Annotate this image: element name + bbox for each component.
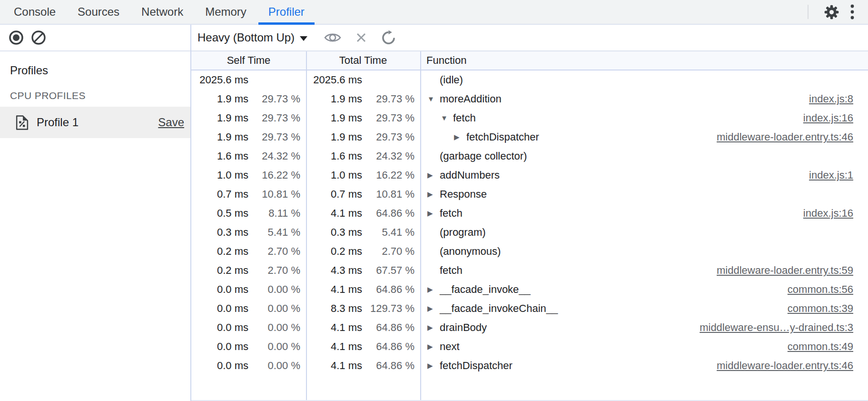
function-cell: ▶ fetch index.js:16	[420, 204, 868, 223]
tab-profiler[interactable]: Profiler	[257, 0, 316, 24]
table-row[interactable]: 0.0 ms 0.00 % 4.1 ms 64.86 % ▶ drainBody…	[191, 318, 868, 337]
total-time-percent: 129.73 %	[362, 302, 420, 315]
function-cell: fetch middleware-loader.entry.ts:59	[420, 264, 868, 277]
focus-selected-button[interactable]	[324, 31, 342, 44]
self-time-percent: 0.00 %	[248, 283, 306, 296]
exclude-selected-button[interactable]	[354, 30, 368, 45]
expand-arrow-icon[interactable]: ▶	[427, 166, 440, 185]
expand-arrow-icon[interactable]: ▶	[427, 299, 440, 318]
source-link[interactable]: index.js:1	[809, 169, 868, 181]
expand-arrow-icon[interactable]: ▶	[427, 204, 440, 223]
self-time-value: 0.2 ms	[191, 264, 248, 277]
tab-network[interactable]: Network	[130, 0, 194, 24]
tab-memory[interactable]: Memory	[194, 0, 257, 24]
table-row[interactable]: 0.2 ms 2.70 % 0.2 ms 2.70 % (anonymous)	[191, 242, 868, 261]
function-cell: ▶ fetchDispatcher middleware-loader.entr…	[420, 356, 868, 375]
self-time-value: 1.0 ms	[191, 169, 248, 181]
column-divider[interactable]	[306, 51, 307, 400]
function-cell: ▶ fetchDispatcher middleware-loader.entr…	[420, 128, 868, 147]
total-time-cell: 0.3 ms 5.41 %	[306, 226, 420, 239]
total-time-cell: 4.1 ms 64.86 %	[306, 207, 420, 220]
source-link[interactable]: common.ts:49	[788, 341, 868, 353]
self-time-cell: 0.5 ms 8.11 %	[191, 207, 306, 220]
tab-console[interactable]: Console	[3, 0, 67, 24]
table-row[interactable]: 1.0 ms 16.22 % 1.0 ms 16.22 % ▶ addNumbe…	[191, 166, 868, 185]
column-header-function[interactable]: Function	[420, 54, 868, 67]
expand-arrow-icon[interactable]: ▼	[441, 109, 453, 128]
record-button[interactable]	[8, 30, 24, 46]
table-row[interactable]: 1.9 ms 29.73 % 1.9 ms 29.73 % ▼ fetch in…	[191, 109, 868, 128]
table-row[interactable]: 0.0 ms 0.00 % 4.1 ms 64.86 % ▶ __facade_…	[191, 280, 868, 299]
record-icon	[8, 30, 24, 46]
self-time-percent: 0.00 %	[248, 321, 306, 334]
self-time-percent: 8.11 %	[248, 207, 306, 220]
save-profile-link[interactable]: Save	[158, 116, 184, 129]
total-time-percent: 2.70 %	[362, 245, 420, 258]
self-time-percent: 0.00 %	[248, 302, 306, 315]
grid-body: 2025.6 ms 2025.6 ms (idle) 1.9 ms 29.73 …	[191, 70, 868, 375]
table-row[interactable]: 2025.6 ms 2025.6 ms (idle)	[191, 70, 868, 90]
total-time-cell: 8.3 ms 129.73 %	[306, 302, 420, 315]
table-row[interactable]: 0.0 ms 0.00 % 4.1 ms 64.86 % ▶ fetchDisp…	[191, 356, 868, 375]
self-time-percent: 2.70 %	[248, 264, 306, 277]
table-row[interactable]: 0.7 ms 10.81 % 0.7 ms 10.81 % ▶ Response	[191, 185, 868, 204]
table-row[interactable]: 1.6 ms 24.32 % 1.6 ms 24.32 % (garbage c…	[191, 147, 868, 166]
table-row[interactable]: 0.0 ms 0.00 % 4.1 ms 64.86 % ▶ next comm…	[191, 337, 868, 356]
profile-list-item[interactable]: Profile 1 Save	[0, 107, 190, 138]
total-time-value: 1.0 ms	[306, 169, 362, 181]
source-link[interactable]: middleware-loader.entry.ts:46	[717, 131, 868, 143]
table-row[interactable]: 0.0 ms 0.00 % 8.3 ms 129.73 % ▶ __facade…	[191, 299, 868, 318]
expand-arrow-icon[interactable]: ▶	[427, 356, 440, 375]
source-link[interactable]: common.ts:39	[788, 302, 868, 315]
function-cell: ▶ __facade_invoke__ common.ts:56	[420, 280, 868, 299]
table-row[interactable]: 0.3 ms 5.41 % 0.3 ms 5.41 % (program)	[191, 223, 868, 242]
total-time-cell: 4.1 ms 64.86 %	[306, 360, 420, 372]
self-time-value: 1.6 ms	[191, 150, 248, 162]
total-time-percent: 24.32 %	[362, 150, 420, 162]
settings-button[interactable]	[823, 3, 840, 21]
column-header-self-time[interactable]: Self Time	[191, 54, 306, 67]
source-link[interactable]: middleware-loader.entry.ts:59	[717, 264, 868, 277]
expand-arrow-icon[interactable]: ▶	[454, 128, 466, 147]
left-pane: Profiles CPU PROFILES Profile 1 Save	[0, 25, 191, 401]
source-link[interactable]: middleware-ensu…y-drained.ts:3	[700, 321, 868, 334]
column-divider[interactable]	[420, 51, 421, 400]
expand-arrow-icon[interactable]: ▶	[427, 337, 440, 356]
view-mode-dropdown[interactable]: Heavy (Bottom Up)	[197, 31, 307, 44]
expand-arrow-icon[interactable]: ▼	[427, 90, 440, 109]
devtools-tabbar: Console Sources Network Memory Profiler	[0, 0, 868, 25]
column-header-total-time[interactable]: Total Time	[306, 54, 420, 67]
table-row[interactable]: 1.9 ms 29.73 % 1.9 ms 29.73 % ▼ moreAddi…	[191, 90, 868, 109]
expand-arrow-icon[interactable]: ▶	[427, 280, 440, 299]
total-time-percent: 10.81 %	[362, 188, 420, 200]
self-time-cell: 0.2 ms 2.70 %	[191, 264, 306, 277]
indent-spacer	[427, 118, 441, 119]
source-link[interactable]: index.js:16	[803, 112, 868, 124]
more-options-button[interactable]	[850, 4, 855, 20]
function-cell: ▼ fetch index.js:16	[420, 109, 868, 128]
table-row[interactable]: 1.9 ms 29.73 % 1.9 ms 29.73 % ▶ fetchDis…	[191, 128, 868, 147]
tab-sources[interactable]: Sources	[67, 0, 130, 24]
total-time-cell: 4.3 ms 67.57 %	[306, 264, 420, 277]
source-link[interactable]: index.js:8	[809, 93, 868, 105]
total-time-percent: 16.22 %	[362, 169, 420, 181]
source-link[interactable]: index.js:16	[803, 207, 868, 220]
self-time-value: 0.0 ms	[191, 321, 248, 334]
expand-arrow-icon[interactable]: ▶	[427, 185, 440, 204]
source-link[interactable]: middleware-loader.entry.ts:46	[717, 360, 868, 372]
indent-spacer	[427, 137, 454, 138]
self-time-value: 0.0 ms	[191, 360, 248, 372]
self-time-percent: 16.22 %	[248, 169, 306, 181]
source-link[interactable]: common.ts:56	[788, 283, 868, 296]
clear-button[interactable]	[30, 30, 47, 46]
function-cell: (garbage collector)	[420, 150, 868, 162]
total-time-percent: 64.86 %	[362, 360, 420, 372]
table-row[interactable]: 0.5 ms 8.11 % 4.1 ms 64.86 % ▶ fetch ind…	[191, 204, 868, 223]
function-name: (idle)	[440, 74, 463, 86]
expand-arrow-icon[interactable]: ▶	[427, 318, 440, 337]
function-name: __facade_invoke__	[440, 283, 531, 296]
function-cell: (program)	[420, 226, 868, 239]
self-time-cell: 1.9 ms 29.73 %	[191, 93, 306, 105]
table-row[interactable]: 0.2 ms 2.70 % 4.3 ms 67.57 % fetch middl…	[191, 261, 868, 280]
restore-all-button[interactable]	[381, 30, 396, 46]
